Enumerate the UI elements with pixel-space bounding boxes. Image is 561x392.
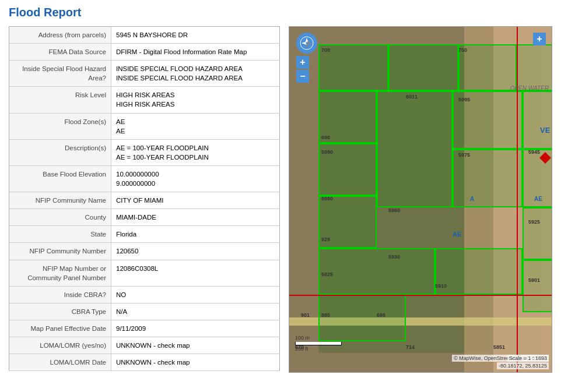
row-label: County (9, 209, 111, 226)
street-num-929: 929 (321, 236, 330, 242)
row-label: LOMA/LOMR Date (9, 354, 111, 371)
street-num-700: 700 (321, 47, 330, 53)
row-label: NFIP Community Number (9, 243, 111, 260)
row-value: 5945 N BAYSHORE DR (111, 27, 280, 44)
street-num-5925: 5925 (321, 271, 333, 277)
row-value: MIAMI-DADE (111, 209, 280, 226)
row-value: HIGH RISK AREASHIGH RISK AREAS (111, 87, 280, 113)
table-row: Base Flood Elevation10.0000000009.000000… (9, 165, 280, 192)
row-value: UNKNOWN - check map (111, 354, 280, 371)
map-background: + − + 700 750 6011 698 5995 5990 5975 59… (289, 27, 552, 372)
table-row: NFIP Map Number or Community Panel Numbe… (9, 260, 280, 286)
compass-control[interactable] (296, 33, 317, 54)
row-label: FEMA Data Source (9, 44, 111, 61)
table-row: FEMA Data SourceDFIRM - Digital Flood In… (9, 44, 280, 61)
street-num-5980: 5980 (321, 196, 333, 202)
street-num-5990: 5990 (321, 149, 333, 155)
row-value: INSIDE SPECIAL FLOOD HAZARD AREAINSIDE S… (111, 61, 280, 87)
scale-bar: 100 m 200 ft (295, 335, 342, 352)
table-row: Map Panel Effective Date9/11/2009 (9, 320, 280, 337)
main-layout: Address (from parcels)5945 N BAYSHORE DR… (9, 26, 552, 373)
table-row: Address (from parcels)5945 N BAYSHORE DR (9, 27, 280, 44)
table-row: LOMA/LOMR DateUNKNOWN - check map (9, 354, 280, 371)
row-label: NFIP Map Number or Community Panel Numbe… (9, 260, 111, 286)
flood-data-table: Address (from parcels)5945 N BAYSHORE DR… (9, 26, 280, 371)
zone-ve-label: VE (540, 126, 550, 135)
row-label: Map Panel Effective Date (9, 320, 111, 337)
street-num-885: 885 (321, 312, 330, 318)
row-value: N/A (111, 303, 280, 320)
street-num-5930: 5930 (388, 254, 400, 260)
table-row: NFIP Community Number120650 (9, 243, 280, 260)
page-title: Flood Report (9, 6, 552, 19)
street-num-901: 901 (301, 312, 310, 318)
zoom-in-button[interactable]: + (296, 56, 309, 69)
expand-button[interactable]: + (533, 33, 546, 45)
street-num-5945: 5945 (528, 149, 540, 155)
table-row: LOMA/LOMR (yes/no)UNKNOWN - check map (9, 337, 280, 354)
row-label: Flood Zone(s) (9, 113, 111, 139)
row-value: 12086C0308L (111, 260, 280, 286)
row-label: LOMA/LOMR (yes/no) (9, 337, 111, 354)
row-label: Inside Special Flood Hazard Area? (9, 61, 111, 87)
street-num-5960: 5960 (388, 207, 400, 213)
table-row: Inside Special Flood Hazard Area?INSIDE … (9, 61, 280, 87)
zone-ae-label-right: AE (534, 196, 542, 202)
table-row: CountyMIAMI-DADE (9, 209, 280, 226)
scale-label-ft: 200 ft (295, 346, 342, 352)
street-num-5901: 5901 (528, 277, 540, 283)
row-value: DFIRM - Digital Flood Information Rate M… (111, 44, 280, 61)
row-value: NO (111, 286, 280, 303)
row-label: NFIP Community Name (9, 192, 111, 209)
scale-label-m: 100 m (295, 335, 342, 341)
row-value: CITY OF MIAMI (111, 192, 280, 209)
street-num-5851: 5851 (493, 344, 505, 350)
table-row: Flood Zone(s)AEAE (9, 113, 280, 139)
row-label: Description(s) (9, 139, 111, 165)
street-num-5925r: 5925 (528, 219, 540, 225)
open-water-label: OPEN WATER (510, 85, 549, 91)
row-label: State (9, 226, 111, 243)
row-value: Florida (111, 226, 280, 243)
flood-map[interactable]: + − + 700 750 6011 698 5995 5990 5975 59… (289, 26, 552, 373)
row-value: AE = 100-YEAR FLOODPLAINAE = 100-YEAR FL… (111, 139, 280, 165)
row-label: CBRA Type (9, 303, 111, 320)
street-num-750: 750 (458, 47, 467, 53)
row-label: Base Flood Elevation (9, 165, 111, 192)
row-value: 9/11/2009 (111, 320, 280, 337)
scale-info: Scale = 1 : 1693 (507, 355, 549, 362)
table-row: Description(s)AE = 100-YEAR FLOODPLAINAE… (9, 139, 280, 165)
zoom-control[interactable]: + − (296, 56, 309, 84)
table-row: Inside CBRA?NO (9, 286, 280, 303)
row-label: Risk Level (9, 87, 111, 113)
row-value: UNKNOWN - check map (111, 337, 280, 354)
row-label: Inside CBRA? (9, 286, 111, 303)
street-num-698: 698 (321, 135, 330, 140)
row-value: AEAE (111, 113, 280, 139)
zoom-out-button[interactable]: − (296, 70, 309, 83)
row-label: Address (from parcels) (9, 27, 111, 44)
street-num-5975: 5975 (458, 152, 470, 158)
table-row: StateFlorida (9, 226, 280, 243)
row-value: 120650 (111, 243, 280, 260)
row-value: 10.0000000009.000000000 (111, 165, 280, 192)
street-num-695: 695 (377, 312, 385, 318)
street-num-5910: 5910 (435, 283, 447, 289)
map-coordinates: -80.18172, 25.83125 (497, 362, 549, 369)
table-row: CBRA TypeN/A (9, 303, 280, 320)
street-num-714: 714 (406, 344, 415, 350)
zone-a-label: A (470, 196, 474, 202)
street-num-6011: 6011 (406, 94, 418, 100)
table-row: NFIP Community NameCITY OF MIAMI (9, 192, 280, 209)
table-row: Risk LevelHIGH RISK AREASHIGH RISK AREAS (9, 87, 280, 113)
zone-ae-label-main: AE (453, 231, 461, 238)
street-num-5995: 5995 (458, 97, 470, 103)
